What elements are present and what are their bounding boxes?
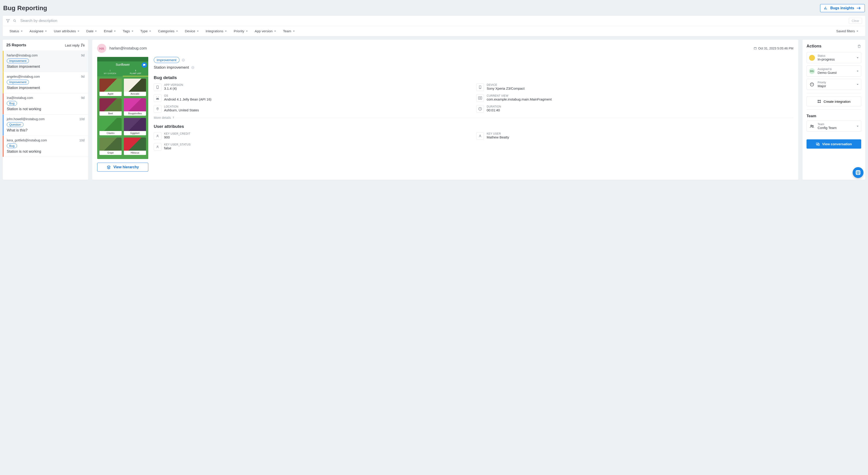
- kv-location: LOCATIONAshburn, United States: [154, 105, 471, 113]
- report-title: Station is not working: [7, 149, 85, 154]
- svg-rect-25: [859, 171, 860, 173]
- sort-label: Last reply: [65, 43, 80, 47]
- kv-app-version: APP VERSION3.1.4 (4): [154, 83, 471, 91]
- sort-button[interactable]: Last reply: [65, 43, 85, 47]
- report-item[interactable]: ina@instabug.com9dBugStation is not work…: [3, 93, 88, 114]
- chevron-down-icon: [246, 30, 248, 32]
- screenshot-tab-plantlist: PLANT LIST: [123, 68, 148, 76]
- person-icon: [478, 134, 482, 138]
- svg-rect-23: [857, 171, 858, 174]
- report-title: What is this?: [7, 128, 85, 132]
- chevron-down-icon: [857, 57, 859, 59]
- filter-team[interactable]: Team: [282, 28, 296, 34]
- report-time: 10d: [79, 138, 85, 142]
- chevron-down-icon: [149, 30, 151, 32]
- assignee-avatar: DG: [809, 68, 815, 74]
- report-title: Station improvement: [7, 65, 85, 69]
- view-hierarchy-button[interactable]: View hierarchy: [97, 163, 148, 172]
- android-icon: [156, 96, 160, 100]
- filter-categories[interactable]: Categories: [157, 28, 179, 34]
- funnel-icon[interactable]: [6, 19, 10, 23]
- search-card: Clear StatusAssigneeUser attributesDateE…: [3, 16, 865, 36]
- sort-icon: [81, 43, 85, 47]
- kv-user-status: KEY USER_STATUSfalse: [154, 143, 471, 151]
- plant-card: Beet: [99, 98, 122, 116]
- svg-point-18: [820, 102, 820, 103]
- page-header: Bug Reporting Bugs insights: [3, 3, 865, 16]
- report-item[interactable]: angeles@instabug.com9dImprovementStation…: [3, 72, 88, 93]
- double-chevron-down-icon: [172, 116, 175, 119]
- create-integration-button[interactable]: Create integration: [807, 96, 861, 106]
- plant-card: Grape: [99, 138, 122, 155]
- filter-priority[interactable]: Priority: [233, 28, 249, 34]
- report-title: Station improvement: [7, 86, 85, 90]
- chevron-down-icon: [856, 30, 859, 32]
- filter-date[interactable]: Date: [86, 28, 98, 34]
- bugs-insights-button[interactable]: Bugs insights: [820, 4, 865, 12]
- plant-card: Hibiscus: [124, 138, 146, 155]
- status-select[interactable]: StatusIn-progress: [807, 52, 861, 63]
- team-select[interactable]: TeamConfig Team: [807, 121, 861, 132]
- kv-device: DEVICESony Xperia Z3/Compact: [476, 83, 794, 91]
- clock-icon: [478, 107, 482, 111]
- plant-card: Avocado: [124, 78, 146, 96]
- reports-count: 25 Reports: [6, 43, 26, 47]
- intercom-launcher[interactable]: [852, 167, 864, 178]
- filter-integrations[interactable]: Integrations: [205, 28, 228, 34]
- svg-point-19: [811, 125, 812, 126]
- view-conversation-label: View conversation: [822, 142, 852, 146]
- filter-type[interactable]: Type: [140, 28, 152, 34]
- screenshot-tab-garden: MY GARDEN: [97, 68, 123, 76]
- view-conversation-button[interactable]: View conversation: [807, 139, 861, 148]
- report-tag: Improvement: [7, 59, 29, 63]
- report-timestamp: Oct 31, 2023 5:05:46 PM: [754, 46, 794, 50]
- svg-point-0: [13, 20, 16, 22]
- assignee-select[interactable]: DG Assigned toDemo Guest: [807, 66, 861, 76]
- priority-select[interactable]: PriorityMajor: [807, 79, 861, 90]
- layers-icon: [107, 165, 111, 169]
- reports-list[interactable]: harlan@instabug.com9dImprovementStation …: [3, 50, 88, 180]
- trash-icon[interactable]: [857, 44, 861, 48]
- user-attributes-heading: User attributes: [154, 124, 794, 129]
- more-details-toggle[interactable]: More details: [154, 116, 794, 120]
- reports-panel: 25 Reports Last reply harlan@instabug.co…: [3, 40, 88, 180]
- person-icon: [156, 145, 159, 148]
- user-block: HA harlan@instabug.com: [97, 44, 147, 53]
- info-icon: i: [182, 59, 185, 62]
- report-email: ina@instabug.com: [7, 96, 33, 100]
- kv-duration: DURATION00:01:40: [476, 105, 794, 113]
- svg-point-8: [480, 98, 481, 99]
- screenshot-preview[interactable]: Sunflower MY GARDEN PLANT LIST: [97, 57, 148, 159]
- plant-card: Cilantro: [99, 118, 122, 135]
- report-item[interactable]: john.howell@instabug.com10dQuestionWhat …: [3, 114, 88, 136]
- clear-button[interactable]: Clear: [849, 18, 862, 24]
- info-icon: i: [191, 66, 194, 69]
- chat-icon: [816, 142, 820, 146]
- saved-filters-label: Saved filters: [836, 29, 855, 33]
- screenshot-app-title: Sunflower: [97, 61, 148, 68]
- kv-current-view: CURRENT VIEWcom.example.instabug.main.Ma…: [476, 94, 794, 102]
- svg-rect-1: [754, 47, 756, 49]
- report-item[interactable]: harlan@instabug.com9dImprovementStation …: [3, 51, 88, 72]
- chevron-down-icon: [114, 30, 116, 32]
- filter-assignee[interactable]: Assignee: [29, 28, 48, 34]
- chevron-down-icon: [293, 30, 295, 32]
- filter-app-version[interactable]: App version: [254, 28, 277, 34]
- filter-device[interactable]: Device: [184, 28, 200, 34]
- report-item[interactable]: kera_gottlieb@instabug.com10dBugStation …: [3, 136, 88, 157]
- chevron-down-icon: [176, 30, 178, 32]
- chevron-down-icon: [131, 30, 133, 32]
- report-email: angeles@instabug.com: [7, 75, 40, 78]
- saved-filters-dropdown[interactable]: Saved filters: [835, 28, 860, 34]
- filter-status[interactable]: Status: [8, 28, 24, 34]
- view-hierarchy-label: View hierarchy: [114, 165, 139, 169]
- chevron-down-icon: [95, 30, 97, 32]
- report-time: 10d: [79, 117, 85, 121]
- status-dot: [809, 55, 815, 61]
- filter-email[interactable]: Email: [103, 28, 117, 34]
- filter-tags[interactable]: Tags: [122, 28, 134, 34]
- device-icon: [478, 85, 482, 89]
- filter-user-attributes[interactable]: User attributes: [53, 28, 81, 34]
- search-input[interactable]: [20, 18, 846, 24]
- plant-card: Bougainvillea: [124, 98, 146, 116]
